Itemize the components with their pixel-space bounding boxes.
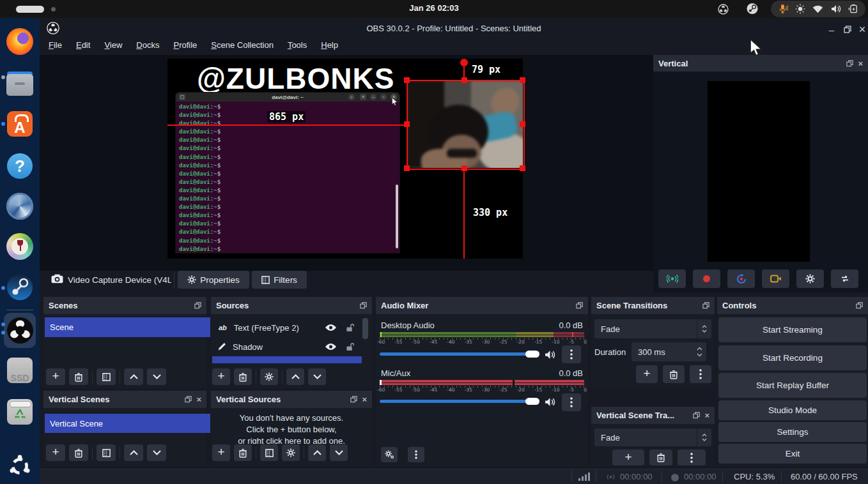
lock-open-icon[interactable] (346, 323, 354, 332)
dock-item-ssd[interactable]: SSD (6, 356, 34, 384)
scenes-header[interactable]: Scenes (43, 297, 206, 314)
sources-scrollbar[interactable] (362, 318, 368, 339)
vertical-sources-properties-button[interactable] (282, 444, 300, 461)
transition-add-button[interactable]: + (636, 365, 658, 383)
handle-mid-right[interactable] (520, 121, 525, 127)
duration-spin-arrows[interactable] (692, 342, 706, 361)
duration-spinner[interactable]: 300 ms (632, 342, 706, 361)
settings-button[interactable]: Settings (718, 422, 867, 442)
advanced-audio-button[interactable] (381, 447, 398, 462)
scenes-float-icon[interactable] (194, 302, 201, 309)
menu-file[interactable]: File (49, 40, 62, 50)
properties-button[interactable]: Properties (178, 271, 249, 289)
vertical-backtrack-button[interactable] (727, 269, 755, 288)
vertical-stream-button[interactable] (658, 269, 686, 288)
vertical-scenes-filter-button[interactable] (97, 444, 116, 461)
obs-tray-icon[interactable] (717, 3, 729, 15)
window-close-button[interactable]: × (855, 23, 868, 36)
vertical-sources-close-icon[interactable]: × (362, 395, 367, 404)
sources-move-up-button[interactable] (286, 368, 304, 385)
dock-item-screenshot-app[interactable] (6, 192, 34, 220)
lock-open-icon[interactable] (346, 342, 354, 351)
scenes-add-button[interactable]: + (46, 368, 65, 385)
rotation-handle-dot[interactable] (460, 59, 468, 66)
vertical-record-button[interactable] (693, 269, 720, 288)
scene-transitions-float-icon[interactable] (702, 302, 709, 309)
menu-profile[interactable]: Profile (173, 40, 197, 50)
sources-add-button[interactable]: + (212, 368, 230, 385)
menu-edit[interactable]: Edit (76, 40, 90, 50)
vertical-scenes-add-button[interactable]: + (46, 444, 65, 461)
handle-top-left[interactable] (404, 77, 410, 83)
transition-select[interactable]: Fade (594, 319, 711, 338)
mic-audio-menu-button[interactable] (562, 393, 581, 411)
exit-button[interactable]: Exit (718, 444, 867, 464)
audio-mixer-header[interactable]: Audio Mixer (376, 297, 588, 314)
sources-properties-button[interactable] (260, 368, 278, 385)
program-canvas[interactable]: @ZULBONKS ▢ davi@davi: ~ ⌕ ≡ – ▫ × davi@… (167, 59, 523, 259)
vertical-panel-header[interactable]: Vertical × (653, 55, 868, 72)
scenes-filter-button[interactable] (97, 368, 116, 385)
desktop-audio-menu-button[interactable] (562, 345, 581, 363)
studio-mode-button[interactable]: Studio Mode (718, 400, 867, 420)
sources-move-down-button[interactable] (308, 368, 326, 385)
vertical-scenes-move-down-button[interactable] (147, 444, 166, 461)
vertical-scenes-header[interactable]: Vertical Scenes × (43, 391, 206, 408)
vertical-scenes-move-up-button[interactable] (124, 444, 143, 461)
scenes-move-down-button[interactable] (147, 368, 166, 385)
dock-item-ubuntu-desktop[interactable] (6, 452, 34, 480)
desktop-volume-slider[interactable] (380, 352, 532, 356)
source-row-selected-partial[interactable] (212, 356, 362, 363)
menu-help[interactable]: Help (321, 40, 338, 50)
vertical-sources-float-icon[interactable] (350, 396, 357, 403)
mic-volume-handle[interactable] (525, 398, 539, 405)
desktop-mute-button[interactable] (545, 350, 555, 359)
vertical-canvas[interactable] (708, 81, 810, 262)
window-restore-button[interactable] (841, 23, 855, 36)
vertical-transition-props-button[interactable] (678, 450, 706, 465)
clock[interactable]: Jan 26 02:03 (0, 3, 868, 13)
dock-item-steam[interactable] (6, 273, 34, 301)
transition-remove-button[interactable] (663, 365, 685, 383)
start-recording-button[interactable]: Start Recording (718, 345, 867, 370)
mic-volume-slider[interactable] (380, 400, 532, 403)
vertical-transition-remove-button[interactable] (649, 450, 672, 465)
vertical-close-icon[interactable]: × (858, 59, 863, 68)
menu-docks[interactable]: Docks (136, 40, 159, 50)
transition-props-button[interactable] (690, 365, 711, 383)
vertical-transitions-header[interactable]: Vertical Scene Tra... × (591, 407, 715, 424)
dock-item-obs[interactable] (6, 316, 34, 344)
sources-float-icon[interactable] (360, 302, 367, 309)
menu-tools[interactable]: Tools (288, 40, 307, 50)
scene-list-item[interactable]: Scene (45, 317, 210, 337)
vertical-sources-add-button[interactable]: + (212, 444, 230, 461)
scenes-move-up-button[interactable] (124, 368, 143, 385)
vertical-settings-button[interactable] (796, 269, 824, 288)
sources-header[interactable]: Sources (211, 297, 372, 314)
visibility-eye-icon[interactable] (325, 343, 337, 351)
start-streaming-button[interactable]: Start Streaming (718, 317, 867, 342)
handle-bottom-left[interactable] (404, 165, 410, 171)
vertical-transition-add-button[interactable]: + (612, 450, 644, 465)
dock-item-files[interactable] (6, 71, 34, 99)
dock-item-trash[interactable] (6, 398, 34, 426)
steam-tray-icon[interactable] (747, 3, 758, 14)
scenes-remove-button[interactable] (69, 368, 88, 385)
vertical-scenes-close-icon[interactable]: × (196, 395, 201, 404)
menu-scene-collection[interactable]: Scene Collection (211, 40, 274, 50)
dock-item-app-center[interactable]: A (6, 110, 34, 138)
window-minimize-button[interactable]: – (825, 23, 839, 36)
scene-transitions-header[interactable]: Scene Transitions (591, 297, 715, 314)
vertical-transitions-float-icon[interactable] (693, 412, 700, 419)
desktop-volume-handle[interactable] (525, 351, 539, 358)
source-row-text[interactable]: ab Text (FreeType 2) (211, 319, 362, 337)
menu-view[interactable]: View (104, 40, 122, 50)
filters-button[interactable]: Filters (252, 271, 307, 289)
audio-mixer-float-icon[interactable] (576, 302, 583, 309)
vertical-scenes-float-icon[interactable] (185, 396, 192, 403)
dock-item-help[interactable]: ? (6, 152, 34, 180)
vertical-sources-header[interactable]: Vertical Sources × (211, 391, 372, 408)
dock-item-wine[interactable] (6, 232, 34, 261)
vertical-sources-remove-button[interactable] (234, 444, 252, 461)
start-replay-buffer-button[interactable]: Start Replay Buffer (718, 373, 867, 398)
